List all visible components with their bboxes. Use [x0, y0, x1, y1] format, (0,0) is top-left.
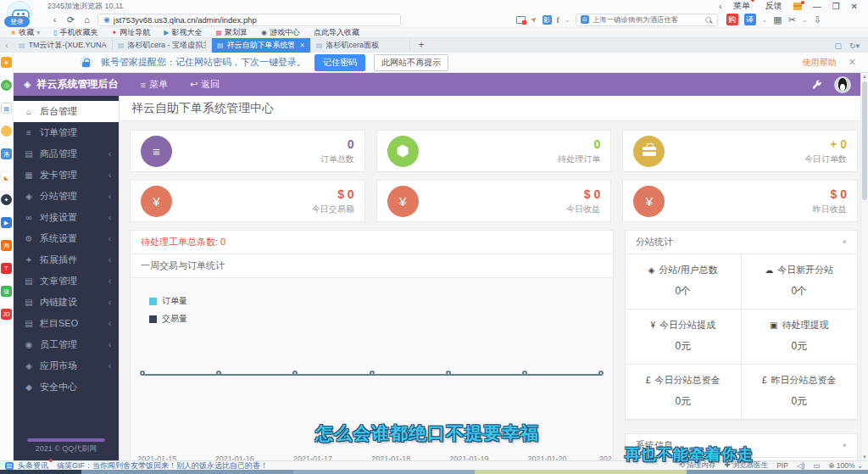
jd-ext-icon[interactable]: JD: [1, 309, 12, 320]
sidebar-item-branches[interactable]: 分站管理‹: [14, 186, 119, 207]
sidebar-item-dashboard[interactable]: 后台管理: [14, 101, 119, 122]
pip-button[interactable]: PIP: [776, 461, 788, 470]
shopping-badge[interactable]: 购: [726, 14, 738, 25]
bookmark-mobile-favorites[interactable]: ▯手机收藏夹: [47, 27, 104, 38]
refresh-button[interactable]: ⟳: [65, 14, 76, 25]
bookmark-favorites[interactable]: ★收藏▾: [3, 27, 47, 38]
speaker-icon[interactable]: ◁): [797, 461, 804, 470]
browser-menu-button[interactable]: 菜单: [733, 0, 754, 12]
bookmark-site-nav[interactable]: ✦网址导航: [105, 27, 158, 38]
legend-orders[interactable]: 订单量: [149, 295, 187, 307]
bookmark-game-center[interactable]: ◉游戏中心: [254, 27, 307, 38]
notes-ext-icon[interactable]: ▤: [1, 103, 12, 114]
dismiss-site-button[interactable]: 此网站不再提示: [374, 54, 448, 71]
video-ext-icon[interactable]: ▶: [1, 217, 12, 228]
screenshot-icon[interactable]: [516, 16, 526, 24]
taobao-ext-icon[interactable]: 淘: [1, 240, 12, 251]
login-button[interactable]: 登录: [4, 16, 30, 27]
tab-cera-panel[interactable]: ▤洛杉矶cera面板: [311, 38, 410, 53]
tab-close-icon[interactable]: ✕: [298, 42, 305, 49]
sidebar-item-articles[interactable]: 文章管理‹: [14, 270, 119, 292]
taskbar-app-segment[interactable]: [293, 470, 475, 474]
new-tab-button[interactable]: +: [410, 38, 432, 53]
apps-grid-icon[interactable]: ▦: [773, 14, 782, 25]
chart-point[interactable]: [446, 371, 451, 376]
sidebar-item-system-settings[interactable]: 系统设置‹: [14, 228, 119, 249]
bookmark-video[interactable]: ▶影视大全: [157, 27, 209, 38]
admin-menu-button[interactable]: ≡菜单: [140, 78, 167, 91]
maximize-button[interactable]: ❐: [832, 2, 840, 11]
admin-back-button[interactable]: ↩返回: [190, 78, 220, 91]
legend-volume[interactable]: 交易量: [149, 313, 187, 325]
remember-password-button[interactable]: 记住密码: [314, 54, 365, 71]
close-button[interactable]: ✕: [851, 2, 858, 11]
zoom-control[interactable]: ⊕ 100% ⌄: [828, 461, 863, 470]
tmall-ext-icon[interactable]: T: [1, 263, 12, 274]
video-portal-icon[interactable]: [542, 15, 552, 25]
flash-icon[interactable]: f: [557, 15, 559, 25]
page-snapshot-icon[interactable]: ▭: [813, 461, 820, 470]
sidebar-item-staff[interactable]: 员工管理‹: [14, 334, 119, 355]
search-icon[interactable]: [705, 17, 711, 23]
luo-ext-icon[interactable]: 洛: [1, 148, 12, 159]
tab-collapse-icon[interactable]: ‹: [0, 38, 14, 53]
chart-point[interactable]: [522, 371, 527, 376]
sidebar-item-cards[interactable]: 发卡管理‹: [14, 165, 119, 186]
scroll-down-icon[interactable]: ▼: [861, 454, 868, 460]
sidebar-item-seo[interactable]: 栏目SEO‹: [14, 313, 119, 334]
peach-ext-icon[interactable]: [1, 125, 12, 137]
compass-ext-icon[interactable]: ✦: [1, 194, 12, 205]
back-button[interactable]: ‹: [49, 14, 60, 25]
sidebar-item-plugins[interactable]: 拓展插件‹: [14, 249, 119, 270]
user-avatar[interactable]: [834, 76, 851, 93]
booster-icon[interactable]: ➤: [529, 14, 539, 25]
taskbar-app-segment[interactable]: [475, 470, 687, 474]
page-scrollbar[interactable]: ▲ ▼: [860, 73, 868, 460]
wrench-icon[interactable]: [811, 79, 822, 90]
tab-cera-host[interactable]: ▤洛杉矶cera - 宝塔虚拟主机控: [113, 38, 212, 53]
chart-point[interactable]: [140, 371, 145, 376]
extensions-chevron-icon[interactable]: ⌄: [565, 16, 570, 24]
search-engine-icon[interactable]: [581, 15, 589, 24]
bookmark-juhuasuan[interactable]: ▦聚划算: [209, 27, 254, 38]
scroll-up-icon[interactable]: ▲: [861, 73, 868, 80]
scissors-icon[interactable]: ✂: [788, 14, 796, 25]
reopen-closed-tab-icon[interactable]: ↻▾: [849, 42, 860, 50]
url-input[interactable]: [114, 15, 395, 25]
help-link[interactable]: 使用帮助: [803, 57, 837, 69]
weishang-ext-icon[interactable]: 微: [1, 286, 12, 297]
sidebar-item-goods[interactable]: 商品管理‹: [14, 143, 119, 165]
panel-dot-icon[interactable]: ●: [843, 238, 847, 246]
sidebar-item-integration[interactable]: 对接设置‹: [14, 207, 119, 228]
minimize-button[interactable]: —: [813, 2, 821, 11]
scissors-chevron-icon[interactable]: ⌄: [802, 16, 808, 24]
panel-dot-icon[interactable]: ●: [843, 442, 847, 449]
download-icon[interactable]: ⇩: [814, 14, 821, 25]
flag-ext-icon[interactable]: ◣: [1, 171, 12, 182]
translate-badge[interactable]: 译: [744, 14, 756, 25]
chart-point[interactable]: [370, 371, 375, 376]
sidebar-item-orders[interactable]: 订单管理: [14, 122, 119, 143]
home-button[interactable]: ⌂: [81, 14, 92, 25]
chart-point[interactable]: [216, 371, 221, 376]
chart-point[interactable]: [598, 371, 604, 376]
news-headline[interactable]: 搞笑GIF：当你闻到舍友带饭回来！别人的饭永远比自己的香！: [57, 460, 268, 471]
sidebar-item-innerlinks[interactable]: 内链建设‹: [14, 292, 119, 313]
news-source[interactable]: 头条资讯: [18, 460, 53, 471]
clock-ext-icon[interactable]: ◷: [1, 80, 12, 91]
sidebar-item-app-market[interactable]: 应用市场‹: [14, 355, 119, 376]
tab-xiangyun-admin[interactable]: ▤祥云自助下单系统管理中心✕: [212, 38, 311, 53]
feedback-button[interactable]: 反馈: [765, 0, 782, 12]
translate-chevron-icon[interactable]: ⌄: [762, 16, 768, 24]
address-bar[interactable]: ◉: [97, 14, 401, 26]
search-box[interactable]: [576, 14, 718, 26]
titlebar-collapse-icon[interactable]: ‹: [719, 1, 722, 11]
notification-close-icon[interactable]: ✕: [845, 57, 860, 68]
admin-brand[interactable]: ◈祥云系统管理后台: [24, 77, 118, 92]
tab-list-icon[interactable]: ▢: [834, 42, 842, 50]
sidebar-item-security[interactable]: 安全中心: [14, 376, 119, 398]
bookmark-import[interactable]: 点此导入收藏: [307, 27, 366, 38]
scrollbar-thumb[interactable]: [862, 81, 867, 200]
site-safety-icon[interactable]: ◉: [103, 16, 110, 24]
favorites-ext-icon[interactable]: ★: [1, 57, 12, 68]
